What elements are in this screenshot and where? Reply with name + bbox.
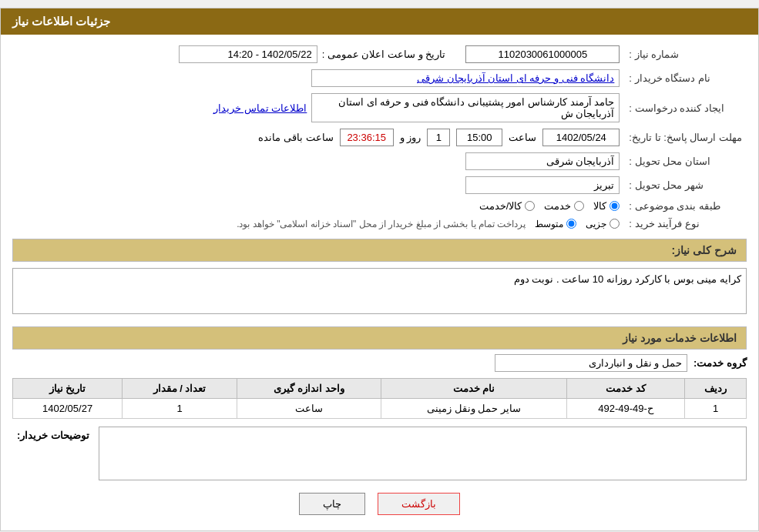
buyer-notes-label: توضیحات خریدار: [12,427,89,441]
delivery-city-label: شهر محل تحویل : [624,173,747,197]
cell-code: ح-49-49-492 [566,399,685,419]
radio-kala-khedmat-label: کالا/خدمت [479,200,522,212]
response-time-label: ساعت [509,132,536,143]
row-creator: ایجاد کننده درخواست : حامد آرمند کارشناس… [12,90,747,125]
row-delivery-province: استان محل تحویل : آذربایجان شرقی [12,149,747,173]
creator-input: حامد آرمند کارشناس امور پشتیبانی دانشگاه… [311,93,620,122]
services-header: اطلاعات خدمات مورد نیاز [12,326,747,350]
cell-name: سایر حمل ونقل زمینی [381,399,566,419]
need-description-header: شرح کلی نیاز: [12,239,747,262]
creator-contact-link[interactable]: اطلاعات تماس خریدار [213,102,307,114]
radio-khedmat: خدمت [544,200,584,212]
col-code: کد خدمت [566,379,685,399]
row-buyer-org: نام دستگاه خریدار : دانشگاه فنی و حرفه ا… [12,66,747,90]
response-remaining: 23:36:15 [340,129,394,146]
cell-date: 1402/05/27 [13,399,123,419]
radio-kala-input[interactable] [610,201,620,211]
row-need-number: شماره نیاز : 1102030061000005 تاریخ و سا… [12,42,747,66]
response-day-label: روز و [400,132,421,143]
buttons-row: بازگشت چاپ [12,493,747,515]
row-process-type: نوع فرآیند خرید : جزیی متوسط پرداخت تمام… [12,215,747,233]
radio-kala-label: کالا [593,200,606,212]
announcement-value: 1402/05/22 - 14:20 [179,45,317,63]
radio-kala-khedmat-input[interactable] [525,201,535,211]
page-wrapper: جزئیات اطلاعات نیاز شماره نیاز : 1102030… [0,8,759,531]
creator-value: حامد آرمند کارشناس امور پشتیبانی دانشگاه… [12,90,624,125]
buyer-org-value: دانشگاه فنی و حرفه ای استان آذربایجان شر… [12,66,624,90]
response-deadline-label: مهلت ارسال پاسخ: تا تاریخ: [624,125,747,149]
delivery-province-value: آذربایجان شرقی [12,149,624,173]
info-table: شماره نیاز : 1102030061000005 تاریخ و سا… [12,42,747,233]
announcement-label: تاریخ و ساعت اعلان عمومی : [322,49,446,60]
radio-khedmat-input[interactable] [574,201,584,211]
buyer-notes-content [99,427,747,480]
response-date: 1402/05/24 [542,129,620,146]
response-remaining-label: ساعت باقی مانده [258,132,333,143]
process-note: پرداخت تمام یا بخشی از مبلغ خریدار از مح… [237,219,526,229]
cell-unit: ساعت [237,399,381,419]
col-row: ردیف [685,379,747,399]
page-header: جزئیات اطلاعات نیاز [1,8,758,35]
need-number-input: 1102030061000005 [465,45,620,63]
row-delivery-city: شهر محل تحویل : تبریز [12,173,747,197]
delivery-province-input: آذربایجان شرقی [465,152,620,170]
radio-motavasset: متوسط [535,219,576,229]
buyer-org-input: دانشگاه فنی و حرفه ای استان آذربایجان شر… [311,69,620,87]
process-type-value: جزیی متوسط پرداخت تمام یا بخشی از مبلغ خ… [12,215,624,233]
need-number-value: 1102030061000005 تاریخ و ساعت اعلان عموم… [12,42,624,66]
need-number-label: شماره نیاز : [624,42,747,66]
radio-jozii: جزیی [586,219,620,229]
services-title: اطلاعات خدمات مورد نیاز [623,332,737,344]
category-label: طبقه بندی موضوعی : [624,197,747,215]
back-button[interactable]: بازگشت [378,493,460,515]
radio-motavasset-label: متوسط [535,219,563,229]
table-row: 1ح-49-49-492سایر حمل ونقل زمینیساعت11402… [13,399,747,419]
buyer-notes-box [99,427,747,480]
delivery-city-input: تبریز [465,176,620,194]
delivery-province-label: استان محل تحویل : [624,149,747,173]
col-date: تاریخ نیاز [13,379,123,399]
need-description-title: شرح کلی نیاز: [672,244,737,256]
radio-kala: کالا [593,200,620,212]
row-category: طبقه بندی موضوعی : کالا خدمت [12,197,747,215]
response-time: 15:00 [456,129,502,146]
service-group-value: حمل و نقل و انبارداری [495,354,687,372]
radio-jozii-input[interactable] [610,219,620,229]
col-name: نام خدمت [381,379,566,399]
need-description-text: کرایه مینی بوس با کارکرد روزانه 10 ساعت … [514,273,741,285]
buyer-org-label: نام دستگاه خریدار : [624,66,747,90]
service-group-row: گروه خدمت: حمل و نقل و انبارداری [12,354,747,372]
process-type-label: نوع فرآیند خرید : [624,215,747,233]
page-title: جزئیات اطلاعات نیاز [12,15,110,28]
print-button[interactable]: چاپ [299,493,365,515]
service-group-label: گروه خدمت: [694,357,747,369]
delivery-city-value: تبریز [12,173,624,197]
response-days: 1 [427,129,450,146]
response-deadline-value: 1402/05/24 ساعت 15:00 1 روز و 23:36:15 س… [12,125,624,149]
content-area: شماره نیاز : 1102030061000005 تاریخ و سا… [1,35,758,530]
category-options: کالا خدمت کالا/خدمت [12,197,624,215]
col-quantity: تعداد / مقدار [123,379,237,399]
col-unit: واحد اندازه گیری [237,379,381,399]
row-response-deadline: مهلت ارسال پاسخ: تا تاریخ: 1402/05/24 سا… [12,125,747,149]
cell-quantity: 1 [123,399,237,419]
buyer-notes-section: توضیحات خریدار: [12,427,747,480]
services-table: ردیف کد خدمت نام خدمت واحد اندازه گیری ت… [12,378,747,419]
creator-label: ایجاد کننده درخواست : [624,90,747,125]
need-description-box: کرایه مینی بوس با کارکرد روزانه 10 ساعت … [12,268,747,314]
radio-jozii-label: جزیی [586,219,606,229]
need-description-content-wrapper: کرایه مینی بوس با کارکرد روزانه 10 ساعت … [12,265,747,320]
services-table-header-row: ردیف کد خدمت نام خدمت واحد اندازه گیری ت… [13,379,747,399]
radio-khedmat-label: خدمت [544,200,571,212]
radio-motavasset-input[interactable] [566,219,576,229]
radio-kala-khedmat: کالا/خدمت [479,200,536,212]
cell-row: 1 [685,399,747,419]
